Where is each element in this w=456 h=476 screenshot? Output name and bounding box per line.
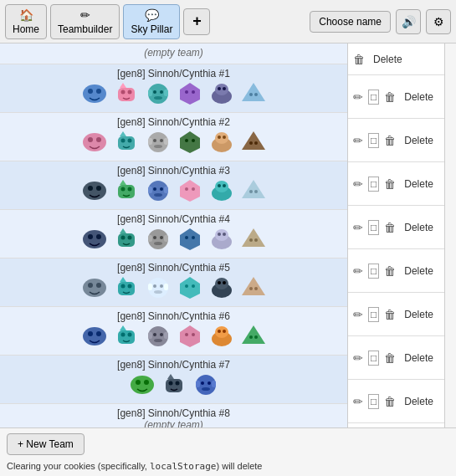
trash-icon[interactable]: 🗑 [382,393,397,410]
team-title: [gen8] Sinnoh/Cynthia #3 [5,165,342,177]
list-item[interactable]: [gen8] Sinnoh/Cynthia #1 [0,64,347,113]
copy-icon[interactable]: □ [368,220,379,235]
choose-name-button[interactable]: Choose name [310,11,391,33]
svg-point-4 [120,90,125,95]
delete-button[interactable]: Delete [401,133,437,148]
copy-icon[interactable]: □ [368,351,379,366]
svg-point-107 [223,281,226,284]
edit-icon[interactable]: ✏ [351,176,365,192]
delete-button[interactable]: Delete [401,220,437,235]
svg-point-39 [215,132,228,144]
tab-teambuilder[interactable]: ✏ Teambuilder [50,4,120,39]
svg-point-97 [160,284,163,288]
copy-icon[interactable]: □ [368,264,379,279]
svg-point-112 [96,331,101,336]
add-tab-button[interactable]: + [183,8,210,35]
delete-button[interactable]: Delete [401,177,437,192]
delete-button[interactable]: Delete [370,52,406,67]
trash-icon[interactable]: 🗑 [382,89,397,105]
trash-icon[interactable]: 🗑 [382,176,397,192]
edit-icon[interactable]: ✏ [351,89,365,105]
trash-icon[interactable]: 🗑 [351,51,366,68]
delete-button[interactable]: Delete [401,264,437,279]
tab-home[interactable]: 🏠 Home [5,4,47,39]
svg-point-64 [249,190,253,193]
trash-icon[interactable]: 🗑 [382,132,397,149]
list-item[interactable]: [gen8] Sinnoh/Cynthia #8(empty team) [0,404,347,427]
copy-icon[interactable]: □ [368,394,379,409]
svg-marker-35 [180,131,200,153]
list-item[interactable]: [gen8] Sinnoh/Cynthia #7 [0,356,347,404]
sound-button[interactable]: 🔊 [396,9,421,34]
pokemon-row [5,275,342,303]
svg-point-24 [96,137,101,142]
copy-icon[interactable]: □ [368,90,379,105]
list-item[interactable]: [gen8] Sinnoh/Cynthia #4 [0,210,347,258]
edit-icon[interactable]: ✏ [351,350,365,366]
edit-icon[interactable]: ✏ [351,219,365,236]
pokemon-sprite [143,81,173,109]
copy-icon[interactable]: □ [368,307,379,322]
edit-icon[interactable]: ✏ [351,393,365,410]
trash-icon[interactable]: 🗑 [382,306,397,323]
delete-button[interactable]: Delete [401,351,437,366]
svg-point-49 [127,187,131,192]
svg-point-43 [254,141,258,145]
svg-point-2 [96,89,101,94]
svg-point-89 [88,283,93,288]
svg-point-127 [215,326,228,338]
action-row: ✏□🗑Delete [348,75,444,119]
pokemon-row [5,372,342,400]
edit-icon[interactable]: ✏ [351,263,365,279]
settings-button[interactable]: ⚙ [426,9,451,34]
svg-point-70 [120,236,125,240]
svg-marker-101 [180,277,200,299]
edit-icon: ✏ [80,8,90,22]
trash-icon[interactable]: 🗑 [382,219,397,236]
svg-point-42 [249,141,253,145]
delete-button[interactable]: Delete [401,307,437,322]
list-item[interactable]: (empty team) [0,44,347,64]
list-item[interactable]: [gen8] Sinnoh/Cynthia #2 [0,113,347,161]
svg-point-20 [249,93,253,96]
svg-point-37 [192,139,195,142]
list-item[interactable]: [gen8] Sinnoh/Cynthia #3 [0,161,347,210]
action-row: ✏□🗑Delete [348,336,444,380]
new-team-button[interactable]: + New Team [7,433,85,455]
svg-point-136 [168,381,172,386]
tab-sky-pillar[interactable]: 💬 Sky Pillar [123,4,180,39]
copy-icon[interactable]: □ [368,133,379,148]
svg-point-63 [223,184,226,187]
svg-point-40 [218,136,221,139]
svg-point-103 [192,284,195,288]
pokemon-sprite [143,324,173,351]
scrollbar[interactable] [444,44,456,427]
svg-point-86 [249,238,253,242]
pokemon-sprite [111,324,141,351]
edit-icon[interactable]: ✏ [351,306,365,323]
svg-marker-13 [180,83,200,105]
svg-rect-143 [196,381,200,387]
team-title: [gen8] Sinnoh/Cynthia #2 [5,116,342,128]
list-item[interactable]: [gen8] Sinnoh/Cynthia #6 [0,307,347,356]
svg-point-128 [218,330,221,333]
pokemon-sprite [111,275,141,303]
copy-icon[interactable]: □ [368,177,379,192]
svg-point-142 [202,387,210,391]
team-title: [gen8] Sinnoh/Cynthia #4 [5,213,342,225]
team-title: [gen8] Sinnoh/Cynthia #8(empty team) [5,407,342,427]
delete-button[interactable]: Delete [401,394,437,409]
svg-point-124 [185,333,188,336]
trash-icon[interactable]: 🗑 [382,350,397,366]
edit-icon[interactable]: ✏ [351,132,365,149]
svg-marker-72 [120,228,126,233]
svg-point-137 [175,381,179,386]
delete-button[interactable]: Delete [401,90,437,105]
list-item[interactable]: [gen8] Sinnoh/Cynthia #5 [0,258,347,307]
team-list[interactable]: (empty team)[gen8] Sinnoh/Cynthia #1[gen… [0,44,348,427]
pokemon-sprite [191,372,221,400]
trash-icon[interactable]: 🗑 [382,263,397,279]
svg-point-102 [185,284,188,288]
svg-marker-79 [180,228,200,250]
svg-point-52 [153,187,156,191]
